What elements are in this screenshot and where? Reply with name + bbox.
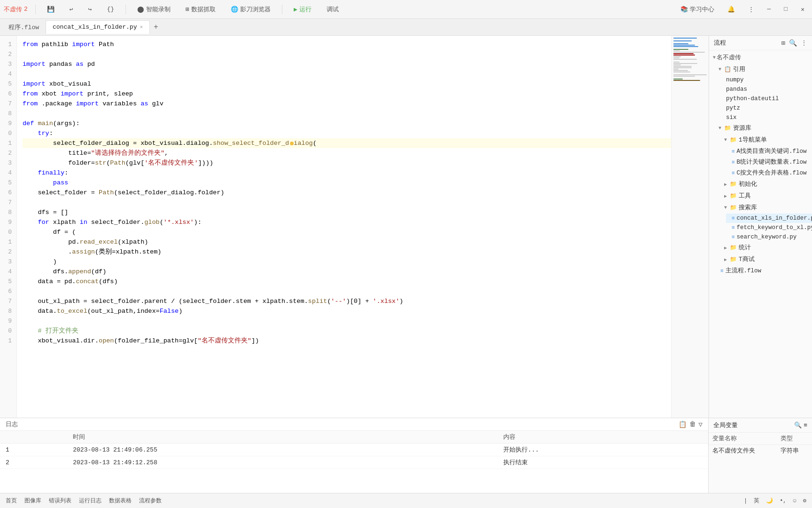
var-row-1: 名不虚传文件夹 字符串 [709,445,812,457]
statusbar-datatable[interactable]: 数据表格 [109,497,132,505]
file-icon-search: ≡ [732,234,735,240]
editor-section: 1 2 3 4 5 6 7 8 9 0 1 2 3 4 5 6 7 [0,36,812,418]
folder-tools[interactable]: ▶ 📁 工具 [720,190,812,202]
folder-tshop-icon: 📁 [730,256,737,263]
redo-button[interactable]: ↪ [85,4,96,15]
var-search-icon[interactable]: 🔍 [794,421,802,429]
var-title: 全局变量 [713,421,738,429]
panel-icons: ⊞ 🔍 ⋮ [781,39,807,47]
statusbar-images[interactable]: 图像库 [24,497,41,505]
file-label-c: C按文件夹合并表格.flow [737,169,807,177]
log-title: 日志 [6,420,18,429]
ref-numpy[interactable]: numpy [720,75,812,85]
folder-tshop[interactable]: ▶ 📁 T商试 [720,254,812,265]
tab-close-icon[interactable]: × [140,24,143,30]
nav-files: ≡ A找类目查询关键词.flow ≡ B统计关键词数量表.flow ≡ C按文件… [720,146,812,178]
section-resources: ▼ 📁 资源库 ▼ 📁 1导航菜单 [709,122,812,265]
save-button[interactable]: 💾 [43,4,58,15]
file-nav-a[interactable]: ≡ A找类目查询关键词.flow [726,146,812,157]
text-cursor [290,142,294,145]
file-label-main: 主流程.flow [726,267,762,275]
log-expand-icon[interactable]: ▽ [699,421,703,429]
minimize-button[interactable]: ─ [764,4,775,15]
code-line-3: import pandas as pd [23,59,671,69]
undo-button[interactable]: ↩ [66,4,77,15]
statusbar-flowparams[interactable]: 流程参数 [139,497,162,505]
data-capture-button[interactable]: ⊞ 数据抓取 [182,3,219,16]
snippets-button[interactable]: {} [103,4,118,15]
file-search[interactable]: ≡ search_keyword.py [726,232,812,242]
tree-arrow-searchlib: ▼ [724,205,727,210]
run-label: 运行 [299,5,312,14]
panel-layout-icon[interactable]: ⊞ [781,39,785,47]
var-name-1: 名不虚传文件夹 [709,445,777,457]
statusbar-dot-icon[interactable]: •, [780,498,786,504]
statusbar-runlog[interactable]: 运行日志 [79,497,102,505]
tree-root-header[interactable]: ▼ 名不虚传 [709,51,812,64]
panel-search-icon[interactable]: 🔍 [789,39,797,47]
file-nav-b[interactable]: ≡ B统计关键词数量表.flow [726,157,812,167]
log-delete-icon[interactable]: 🗑 [689,421,696,429]
debug-button[interactable]: 调试 [323,3,343,16]
ref-pytz[interactable]: pytz [720,103,812,113]
smart-record-button[interactable]: ⬤ 智能录制 [133,3,174,16]
log-row-1: 1 2023-08-13 21:49:06.255 开始执行... [0,444,708,456]
browser-icon: 🌐 [231,6,238,13]
file-nav-c[interactable]: ≡ C按文件夹合并表格.flow [726,167,812,178]
log-id-1: 1 [0,444,67,456]
panel-more-icon[interactable]: ⋮ [801,39,807,47]
statusbar-emoji-icon[interactable]: ☺ [793,498,796,504]
main-area: 1 2 3 4 5 6 7 8 9 0 1 2 3 4 5 6 7 [0,36,812,493]
tree-arrow-init: ▶ [724,182,727,187]
panel-header: 流程 ⊞ 🔍 ⋮ [709,36,812,50]
notification-button[interactable]: 🔔 [724,4,739,15]
statusbar-settings-icon[interactable]: ⚙ [803,497,806,504]
code-line-16: select_folder = Path(select_folder_dialo… [23,188,671,198]
unsaved-indicator[interactable]: 不虚传 2 [4,5,28,14]
file-icon-a: ≡ [732,149,735,154]
folder-references[interactable]: ▼ 📋 引用 [715,64,812,75]
file-icon-fetch: ≡ [732,225,735,230]
statusbar-lang[interactable]: 英 [754,497,759,505]
statusbar-errors[interactable]: 错误列表 [49,497,71,505]
tab-flow[interactable]: 程序.flow [2,20,46,34]
minimap-content [671,36,709,83]
code-editor[interactable]: 1 2 3 4 5 6 7 8 9 0 1 2 3 4 5 6 7 [0,36,671,418]
ref-python-dateutil[interactable]: python-dateutil [720,94,812,103]
more-menu-button[interactable]: ⋮ [744,4,758,15]
maximize-button[interactable]: □ [780,4,791,15]
toolbar-right: 📚 学习中心 🔔 ⋮ ─ □ ✕ [677,3,808,16]
browser-button[interactable]: 🌐 影刀浏览器 [227,3,274,16]
tree-root: ▼ 名不虚传 ▼ 📋 引用 numpy pandas pyt [709,50,812,277]
code-line-29 [23,316,671,326]
file-fetch[interactable]: ≡ fetch_keyword_to_xl.py [726,223,812,232]
tree-arrow-tools: ▶ [724,193,727,199]
folder-resources[interactable]: ▼ 📁 资源库 [715,122,812,134]
learn-button[interactable]: 📚 学习中心 [677,3,718,16]
code-content[interactable]: from pathlib import Path import pandas a… [17,36,671,418]
ref-six[interactable]: six [720,113,812,122]
learn-icon: 📚 [680,6,688,13]
code-line-26 [23,286,671,296]
file-main-flow[interactable]: ≡ 主流程.flow [715,265,812,276]
tree-arrow-ref: ▼ [718,67,721,72]
close-window-button[interactable]: ✕ [797,4,808,15]
file-concat[interactable]: ≡ concat_xls_in_folder.py [726,214,812,223]
log-copy-icon[interactable]: 📋 [679,421,687,429]
var-table: 变量名称 类型 名不虚传文件夹 字符串 [709,433,812,493]
panel-title: 流程 [714,39,726,47]
run-button[interactable]: ▶ 运行 [290,3,315,16]
statusbar-theme-icon[interactable]: 🌙 [766,497,773,504]
smart-record-icon: ⬤ [137,6,144,13]
folder-nav[interactable]: ▼ 📁 1导航菜单 [720,134,812,146]
var-col-name: 变量名称 [709,433,777,445]
ref-pandas[interactable]: pandas [720,85,812,94]
folder-search-lib[interactable]: ▼ 📁 搜索库 [720,202,812,214]
var-filter-icon[interactable]: ≡ [804,422,807,429]
tab-add-button[interactable]: + [150,21,162,33]
statusbar-home[interactable]: 首页 [6,497,17,505]
folder-stats[interactable]: ▶ 📁 统计 [720,242,812,254]
folder-init[interactable]: ▶ 📁 初始化 [720,178,812,190]
code-line-1: from pathlib import Path [23,40,671,49]
tab-python[interactable]: concat_xls_in_folder.py × [46,20,150,34]
